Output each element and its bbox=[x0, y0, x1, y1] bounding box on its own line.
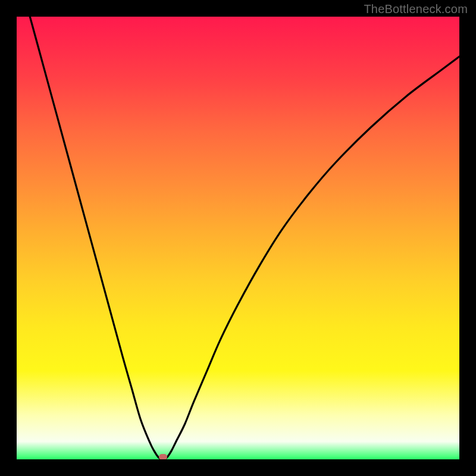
chart-frame: TheBottleneck.com bbox=[0, 0, 476, 476]
watermark-text: TheBottleneck.com bbox=[364, 2, 468, 16]
plot-area bbox=[17, 17, 459, 459]
bottleneck-curve bbox=[17, 17, 459, 459]
optimal-point-marker bbox=[159, 454, 167, 459]
